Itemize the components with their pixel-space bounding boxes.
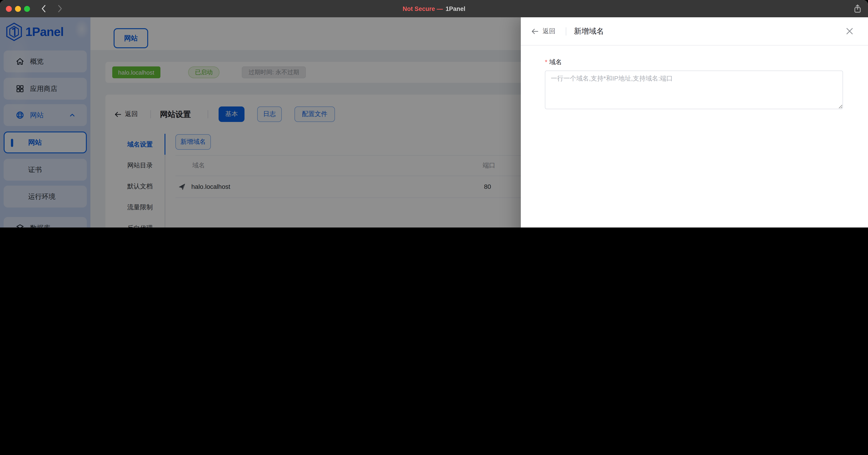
drawer-header: 返回 新增域名 bbox=[521, 17, 868, 46]
minimize-window-button[interactable] bbox=[15, 6, 21, 11]
close-window-button[interactable] bbox=[6, 6, 12, 11]
screen: Not Secure — 1Panel bbox=[0, 0, 868, 227]
page-title: 1Panel bbox=[445, 5, 465, 12]
macos-titlebar: Not Secure — 1Panel bbox=[0, 0, 868, 17]
window-title: Not Secure — 1Panel bbox=[403, 0, 465, 17]
add-domain-drawer: 返回 新增域名 *域名 取消 确认 bbox=[521, 17, 868, 227]
zoom-window-button[interactable] bbox=[24, 6, 30, 11]
close-icon[interactable] bbox=[846, 27, 854, 35]
browser-window: Not Secure — 1Panel bbox=[0, 0, 868, 227]
browser-back-button[interactable] bbox=[39, 4, 49, 13]
divider bbox=[566, 27, 566, 35]
required-mark: * bbox=[545, 58, 547, 65]
not-secure-label: Not Secure — bbox=[403, 5, 443, 12]
share-icon[interactable] bbox=[852, 4, 863, 13]
drawer-title: 新增域名 bbox=[574, 17, 604, 45]
app-viewport: 1Panel 概览 应用商店 网站 网站 bbox=[0, 17, 868, 227]
modal-overlay[interactable] bbox=[0, 17, 521, 227]
drawer-back-button[interactable]: 返回 bbox=[531, 17, 555, 45]
browser-forward-button[interactable] bbox=[55, 4, 65, 13]
domain-field-label: *域名 bbox=[545, 58, 562, 66]
domain-textarea[interactable] bbox=[545, 70, 843, 109]
drawer-back-label: 返回 bbox=[542, 27, 555, 35]
